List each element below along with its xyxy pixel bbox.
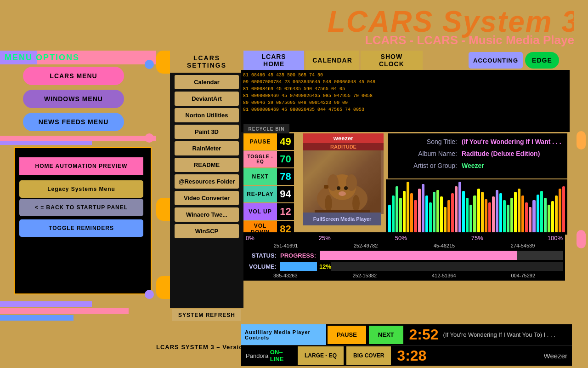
sub-label-4: 274-54539 — [511, 243, 535, 248]
aux-next-btn[interactable]: NEXT — [369, 326, 403, 344]
aux-row-2: Pandora ON--LINE LARGE - EQ BIG COVER 3:… — [241, 345, 572, 366]
accounting-btn[interactable]: ACCOUNTING — [469, 52, 523, 69]
svg-point-6 — [339, 191, 346, 196]
volume-bar-fill — [280, 262, 317, 271]
windows-menu-button[interactable]: WINDOWS MENU — [23, 90, 124, 108]
pause-num: 49 — [277, 133, 294, 150]
toggle-eq-btn[interactable]: TOGGLE - EQ — [243, 151, 277, 167]
legacy-systems-button[interactable]: Legacy Systems Menu — [19, 180, 143, 198]
volume-value: 12% — [317, 263, 331, 270]
top-nav: LCARS HOME CALENDAR SHOW CLOCK — [243, 51, 423, 70]
bottom-num-1: 385-43263 — [273, 273, 298, 278]
lcars-home-btn[interactable]: LCARS HOME — [243, 51, 304, 70]
eq-bar-44 — [551, 201, 554, 232]
lcars-menu-button[interactable]: LCARS MENU — [23, 67, 124, 85]
video-converter-btn[interactable]: Video Converter — [175, 191, 239, 205]
pct-75: 75% — [471, 235, 483, 242]
volume-bar-remaining — [331, 262, 563, 271]
large-eq-btn[interactable]: LARGE - EQ — [298, 346, 344, 365]
calendar-btn[interactable]: Calendar — [175, 75, 239, 89]
song-title-row: Song Title: (If You're Wondering If I Wa… — [393, 138, 563, 145]
recycle-bin-area: RECYCLE BIN — [243, 124, 289, 133]
next-btn[interactable]: NEXT — [243, 168, 277, 185]
eq-bar-23 — [473, 196, 476, 232]
subtitle: LCARS - LCARS - Music Media Player — [365, 33, 579, 47]
album-art-title: RADITUDE — [303, 143, 384, 150]
home-auto-button[interactable]: HOME AUTOMATION PREVIEW — [19, 157, 143, 175]
big-cover-btn[interactable]: BIG COVER — [346, 346, 391, 365]
album-name-row: Album Name: Raditude (Deluxe Edition) — [393, 150, 563, 157]
eq-bar-20 — [462, 191, 465, 232]
settings-column: LCARS SETTINGS Calendar DeviantArt Norto… — [170, 51, 243, 308]
eq-bar-9 — [422, 184, 424, 232]
dot-decoration-2 — [145, 133, 154, 143]
eq-bar-42 — [544, 198, 547, 232]
progress-bar-remaining — [517, 251, 563, 260]
eq-bar-28 — [492, 196, 495, 232]
show-clock-btn[interactable]: SHOW CLOCK — [361, 51, 423, 70]
left-accent-mid — [156, 198, 170, 221]
eq-bar-45 — [555, 196, 558, 232]
divider-bar-1 — [0, 136, 156, 141]
fullscreen-btn[interactable]: FullScreen Media Player — [303, 213, 381, 225]
resources-btn[interactable]: @Resources Folder — [175, 174, 239, 189]
pandora-label: Pandora ON--LINE — [241, 345, 296, 366]
edge-btn[interactable]: EDGE — [525, 52, 559, 69]
eq-bar-37 — [525, 202, 528, 232]
svg-rect-9 — [324, 185, 328, 189]
paint3d-btn[interactable]: Paint 3D — [175, 125, 239, 139]
eq-bar-18 — [455, 186, 458, 232]
eq-bar-3 — [399, 198, 402, 232]
norton-btn[interactable]: Norton Utilities — [175, 108, 239, 122]
bar-blue — [0, 315, 74, 321]
svg-point-8 — [325, 195, 332, 212]
eq-bar-30 — [499, 193, 502, 232]
eq-bar-41 — [540, 191, 543, 232]
eq-bar-38 — [529, 207, 531, 232]
status-label: STATUS: — [246, 252, 280, 259]
eq-bar-40 — [537, 195, 539, 232]
aux-pause-btn[interactable]: PAUSE — [328, 326, 366, 344]
news-feeds-button[interactable]: NEWS FEEDS MENU — [23, 113, 124, 131]
right-accent-2 — [577, 230, 586, 248]
rainmeter-btn[interactable]: RainMeter — [175, 141, 239, 155]
artist-value: Weezer — [462, 162, 484, 169]
winaero-btn[interactable]: Winaero Twe... — [175, 207, 239, 222]
volume-label: VOLUME: — [246, 263, 280, 270]
dot-decoration-1 — [145, 60, 154, 69]
vol-up-btn[interactable]: VOL UP — [243, 203, 277, 220]
deviantart-btn[interactable]: DeviantArt — [175, 92, 239, 106]
toggle-reminders-button[interactable]: TOGGLE REMINDERS — [19, 219, 143, 237]
replay-btn[interactable]: RE-PLAY — [243, 186, 277, 202]
eq-bar-34 — [514, 192, 517, 232]
readme-btn[interactable]: README — [175, 158, 239, 172]
aux-label: Auxilliary Media Player Controls — [241, 324, 326, 345]
eq-bar-35 — [518, 189, 520, 232]
eq-bar-4 — [403, 191, 406, 232]
aux-time-1: 2:52 — [405, 326, 443, 343]
sub-label-2: 252-49782 — [354, 243, 378, 248]
aux-artist-display: Weezer — [431, 352, 572, 360]
aux-song-display: (If You're Wondering If I Want You To) I… — [443, 331, 572, 338]
toggle-eq-num: 70 — [277, 151, 294, 167]
system-refresh-button[interactable]: SYSTEM REFRESH — [172, 309, 241, 321]
numbers-display: 81 08460 45 435 500 565 74 5009 00007000… — [241, 70, 570, 132]
back-startup-button[interactable]: < = BACK TO STARTUP PANEL — [19, 199, 143, 216]
album-band: weezer — [334, 135, 353, 142]
vol-up-num: 12 — [277, 203, 294, 220]
pause-btn[interactable]: PAUSE — [243, 133, 277, 150]
eq-bar-19 — [458, 182, 461, 232]
bar-pink — [0, 308, 129, 314]
eq-bar-27 — [488, 202, 491, 232]
bottom-right-cap — [574, 322, 588, 368]
eq-bar-46 — [559, 189, 561, 232]
calendar-nav-btn[interactable]: CALENDAR — [305, 51, 359, 70]
right-accent-1 — [577, 131, 586, 150]
album-value: Raditude (Deluxe Edition) — [462, 150, 540, 157]
bottom-num-4: 004-75292 — [511, 273, 535, 278]
toggle-eq-row: TOGGLE - EQ 70 — [243, 151, 294, 167]
pct-25: 25% — [319, 235, 331, 242]
status-progress-row: STATUS: PROGRESS: — [246, 251, 563, 260]
bottom-numbers: 385-43263 252-15382 412-51364 004-75292 — [246, 273, 563, 278]
winscp-btn[interactable]: WinSCP — [175, 224, 239, 238]
